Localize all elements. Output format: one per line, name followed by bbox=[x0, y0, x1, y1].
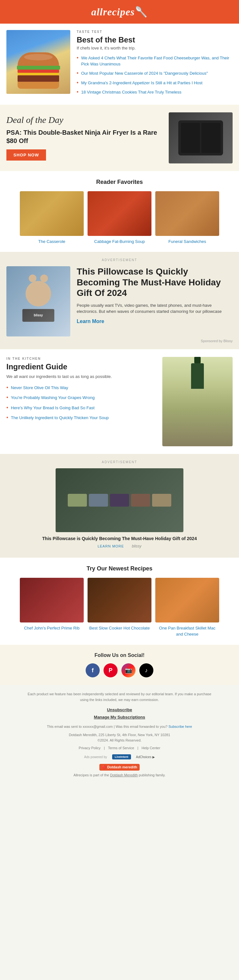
ig-heading: Ingredient Guide bbox=[6, 362, 156, 371]
ad2-learn-more-link[interactable]: LEARN MORE bbox=[97, 544, 124, 548]
adchoices-badge: AdChoices ▶ bbox=[136, 755, 155, 759]
deal-heading: PSA: This Double-Basket Ninja Air Fryer … bbox=[6, 128, 163, 145]
sandwich-image bbox=[155, 191, 219, 236]
ingredient-link-1[interactable]: Never Store Olive Oil This Way bbox=[11, 385, 68, 390]
ingredient-link-2[interactable]: You're Probably Washing Your Grapes Wron… bbox=[11, 395, 95, 400]
ingredient-link-3[interactable]: Here's Why Your Bread Is Going Bad So Fa… bbox=[11, 406, 95, 410]
list-item: Funeral Sandwiches bbox=[155, 191, 219, 244]
advertisement2-section: ADVERTISEMENT This Pillowcase is Quickly… bbox=[0, 454, 239, 558]
dotdash-meredith-link[interactable]: Dotdash Meredith bbox=[110, 773, 138, 777]
deal-content: Deal of the Day PSA: This Double-Basket … bbox=[6, 115, 163, 161]
ingredient-links: Never Store Olive Oil This Way You're Pr… bbox=[6, 385, 156, 421]
footer-ads: Ads powered by LiveIntent AdChoices ▶ bbox=[6, 754, 233, 759]
unsubscribe-link[interactable]: Unsubscribe bbox=[6, 707, 233, 712]
blissy-box: blissy bbox=[22, 309, 54, 322]
blissy-visual: blissy bbox=[6, 266, 70, 336]
terms-of-service-link[interactable]: Terms of Service bbox=[108, 746, 134, 750]
air-fryer-visual bbox=[169, 112, 233, 164]
pinterest-icon[interactable]: P bbox=[104, 663, 118, 678]
taste-test-content: TASTE TEST Best of the Best If chefs lov… bbox=[76, 30, 233, 98]
footer-address: Dotdash Meredith, 225 Liberty St, 4th Fl… bbox=[6, 732, 233, 743]
ingredient-guide-content: IN THE KITCHEN Ingredient Guide We all w… bbox=[6, 357, 156, 446]
header: allrecipes🥄 bbox=[0, 0, 239, 24]
privacy-policy-link[interactable]: Privacy Policy bbox=[79, 746, 100, 750]
taste-test-links: We Asked 4 Chefs What Their Favorite Fas… bbox=[76, 55, 233, 95]
subscribe-here-link[interactable]: Subscribe here bbox=[168, 725, 192, 729]
footer-links: Privacy Policy | Terms of Service | Help… bbox=[6, 746, 233, 750]
ingredient-link-4[interactable]: The Unlikely Ingredient to Quickly Thick… bbox=[11, 415, 108, 420]
social-icons: f P 📷 ♪ bbox=[6, 663, 233, 678]
sponsored-text: Sponsored by Blissy bbox=[6, 339, 233, 343]
recipe-grid: Chef John's Perfect Prime Rib Best Slow … bbox=[6, 578, 233, 637]
prime-rib-link[interactable]: Chef John's Perfect Prime Rib bbox=[24, 626, 80, 630]
blissy-image: blissy bbox=[6, 266, 70, 336]
skillet-link[interactable]: One Pan Breakfast Skillet Mac and Cheese bbox=[159, 626, 215, 636]
sandwich-link[interactable]: Funeral Sandwiches bbox=[168, 239, 206, 244]
social-follow-section: Follow Us on Social! f P 📷 ♪ bbox=[0, 645, 239, 685]
pillow-1 bbox=[68, 494, 87, 507]
list-item: You're Probably Washing Your Grapes Wron… bbox=[6, 395, 156, 401]
learn-more-link[interactable]: Learn More bbox=[76, 318, 104, 324]
oil-pour-visual bbox=[163, 357, 233, 446]
list-item: We Asked 4 Chefs What Their Favorite Fas… bbox=[76, 55, 233, 67]
bun-top bbox=[18, 52, 59, 66]
list-item: Cabbage Fat-Burning Soup bbox=[88, 191, 151, 244]
shop-now-button[interactable]: SHOP NOW bbox=[6, 150, 46, 161]
lettuce bbox=[17, 66, 60, 70]
social-heading: Follow Us on Social! bbox=[6, 652, 233, 658]
soup-image bbox=[88, 191, 151, 236]
blissy-ad-section: ADVERTISEMENT blissy This Pillowcase Is … bbox=[0, 252, 239, 349]
burger-illustration bbox=[18, 52, 59, 84]
list-item: The Casserole bbox=[20, 191, 84, 244]
hot-chocolate-link[interactable]: Best Slow Cooker Hot Chocolate bbox=[89, 626, 150, 630]
skillet-image bbox=[155, 578, 219, 622]
soup-visual bbox=[88, 191, 151, 236]
list-item: Here's Why Your Bread Is Going Bad So Fa… bbox=[6, 405, 156, 411]
teddy-bear-icon bbox=[25, 281, 51, 307]
tomato bbox=[18, 70, 59, 73]
list-item: Chef John's Perfect Prime Rib bbox=[20, 578, 84, 637]
ad2-brand: blissy bbox=[132, 544, 142, 549]
burger-image bbox=[6, 30, 70, 94]
tiktok-icon[interactable]: ♪ bbox=[139, 663, 153, 678]
manage-subscriptions-link[interactable]: Manage My Subscriptions bbox=[6, 715, 233, 719]
casserole-visual bbox=[20, 191, 84, 236]
article-link-3[interactable]: My Grandma's 2-Ingredient Appetizer Is S… bbox=[81, 80, 202, 85]
article-link-4[interactable]: 18 Vintage Christmas Cookies That Are Tr… bbox=[81, 90, 182, 94]
dotdash-meredith-label: 🔴 Dotdash meredith bbox=[102, 765, 137, 769]
footer-tagline: Allrecipes is part of the Dotdash Meredi… bbox=[6, 773, 233, 777]
article-link-2[interactable]: Our Most Popular New Casserole of 2024 I… bbox=[81, 71, 208, 76]
patty bbox=[18, 75, 59, 82]
instagram-icon[interactable]: 📷 bbox=[121, 663, 135, 678]
blissy-ad-content: blissy This Pillowcase Is Quickly Becomi… bbox=[6, 266, 233, 336]
pillow-2 bbox=[89, 494, 108, 507]
help-center-link[interactable]: Help Center bbox=[142, 746, 160, 750]
livein-badge: LiveIntent bbox=[112, 754, 131, 759]
favorites-grid: The Casserole Cabbage Fat-Burning Soup F… bbox=[6, 191, 233, 244]
pillows-grid bbox=[63, 489, 176, 512]
sandwich-visual bbox=[155, 191, 219, 236]
facebook-icon[interactable]: f bbox=[86, 663, 100, 678]
bun-bottom bbox=[18, 82, 59, 89]
ad-label: ADVERTISEMENT bbox=[6, 258, 233, 262]
list-item: Our Most Popular New Casserole of 2024 I… bbox=[76, 70, 233, 76]
hot-choc-visual bbox=[88, 578, 151, 622]
casserole-image bbox=[20, 191, 84, 236]
soup-link[interactable]: Cabbage Fat-Burning Soup bbox=[94, 239, 145, 244]
article-link-1[interactable]: We Asked 4 Chefs What Their Favorite Fas… bbox=[81, 56, 229, 67]
dotdash-logo: 🔴 Dotdash meredith bbox=[99, 764, 140, 771]
section-label: TASTE TEST bbox=[76, 30, 233, 33]
logo-spoon: 🥄 bbox=[135, 6, 148, 18]
footer-email-info: This email was sent to xxxxxx@gmail.com … bbox=[6, 724, 233, 729]
ig-section-label: IN THE KITCHEN bbox=[6, 357, 156, 360]
ad2-label: ADVERTISEMENT bbox=[6, 460, 233, 464]
casserole-link[interactable]: The Casserole bbox=[38, 239, 65, 244]
email-wrapper: allrecipes🥄 TASTE TEST Best of the Best … bbox=[0, 0, 239, 783]
ad2-actions: LEARN MORE blissy bbox=[6, 543, 233, 549]
prime-rib-image bbox=[20, 578, 84, 622]
pillow-5 bbox=[152, 494, 171, 507]
taste-test-heading: Best of the Best bbox=[76, 35, 233, 45]
list-item: My Grandma's 2-Ingredient Appetizer Is S… bbox=[76, 80, 233, 86]
list-item: 18 Vintage Christmas Cookies That Are Tr… bbox=[76, 89, 233, 95]
email-sent-text: This email was sent to xxxxxx@gmail.com … bbox=[47, 725, 167, 729]
